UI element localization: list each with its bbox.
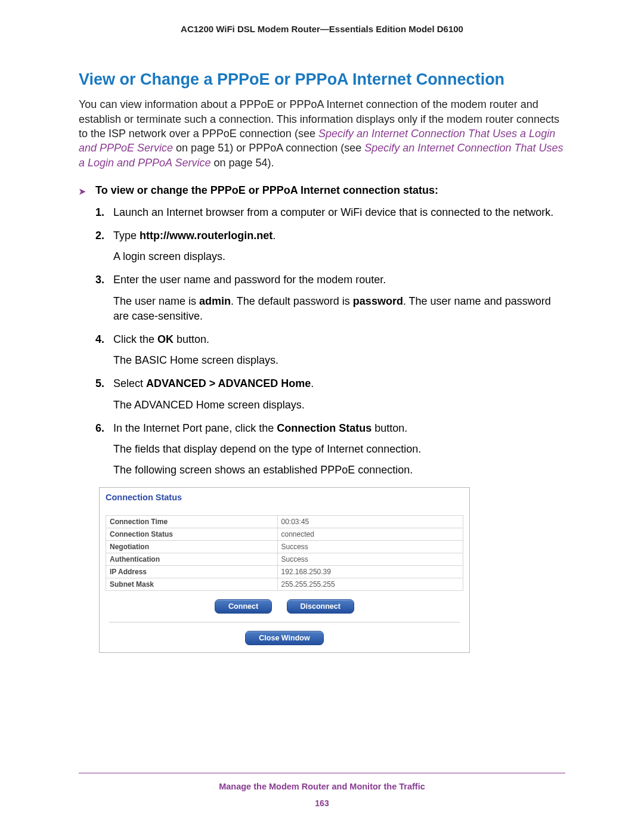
s4-ok: OK <box>157 333 174 345</box>
divider <box>109 622 460 623</box>
step-6: In the Internet Port pane, click the Con… <box>99 421 565 478</box>
s3-a: The user name is <box>113 295 199 307</box>
s3-c: . The default password is <box>231 295 353 307</box>
step-3: Enter the user name and password for the… <box>99 272 565 324</box>
row-label: Connection Time <box>106 516 278 528</box>
s3-admin: admin <box>199 295 231 307</box>
close-window-button[interactable]: Close Window <box>245 631 323 645</box>
s6-a: In the Internet Port pane, click the <box>113 422 277 434</box>
steps-list: Launch an Internet browser from a comput… <box>79 205 565 478</box>
s3-password: password <box>353 295 403 307</box>
doc-header: AC1200 WiFi DSL Modem Router—Essentials … <box>79 24 565 34</box>
row-label: Subnet Mask <box>106 578 278 591</box>
step-2-url: http://www.routerlogin.net <box>140 230 273 241</box>
row-value: Success <box>277 541 463 553</box>
s6-btnname: Connection Status <box>277 422 371 434</box>
button-row-1: Connect Disconnect <box>106 599 463 614</box>
row-value: connected <box>277 528 463 541</box>
arrow-icon: ➤ <box>79 187 86 196</box>
row-value: 192.168.250.39 <box>277 566 463 578</box>
row-label: IP Address <box>106 566 278 578</box>
step-6-result-2: The following screen shows an establishe… <box>113 463 565 478</box>
intro-text-3: on page 54). <box>210 157 274 169</box>
step-6-result-1: The fields that display depend on the ty… <box>113 442 565 457</box>
s5-path: ADVANCED > ADVANCED Home <box>146 377 311 389</box>
s6-c: button. <box>371 422 407 434</box>
step-3-text: Enter the user name and password for the… <box>113 274 386 286</box>
page-number: 163 <box>79 798 565 808</box>
footer-section-title: Manage the Modem Router and Monitor the … <box>79 782 565 791</box>
button-row-2: Close Window <box>106 631 463 645</box>
step-3-result: The user name is admin. The default pass… <box>113 294 565 324</box>
table-row: Connection Status connected <box>106 528 463 541</box>
intro-text-2: on page 51) or PPPoA connection (see <box>173 142 364 154</box>
step-2: Type http://www.routerlogin.net. A login… <box>99 228 565 264</box>
row-label: Negotiation <box>106 541 278 553</box>
table-row: Subnet Mask 255.255.255.255 <box>106 578 463 591</box>
s4-a: Click the <box>113 333 157 345</box>
row-value: 255.255.255.255 <box>277 578 463 591</box>
s5-a: Select <box>113 377 146 389</box>
row-value: 00:03:45 <box>277 516 463 528</box>
row-value: Success <box>277 553 463 566</box>
table-row: Connection Time 00:03:45 <box>106 516 463 528</box>
step-2-result: A login screen displays. <box>113 249 565 264</box>
table-row: Authentication Success <box>106 553 463 566</box>
step-4: Click the OK button. The BASIC Home scre… <box>99 332 565 368</box>
step-2-text-a: Type <box>113 230 140 241</box>
table-row: IP Address 192.168.250.39 <box>106 566 463 578</box>
procedure-heading: ➤ To view or change the PPPoE or PPPoA I… <box>79 184 565 197</box>
step-4-result: The BASIC Home screen displays. <box>113 353 565 368</box>
connection-status-screenshot: Connection Status Connection Time 00:03:… <box>99 487 470 653</box>
procedure-title: To view or change the PPPoE or PPPoA Int… <box>95 184 438 196</box>
intro-paragraph: You can view information about a PPPoE o… <box>79 97 565 169</box>
page-footer: Manage the Modem Router and Monitor the … <box>79 773 565 808</box>
disconnect-button[interactable]: Disconnect <box>287 599 354 614</box>
table-row: Negotiation Success <box>106 541 463 553</box>
row-label: Authentication <box>106 553 278 566</box>
step-1: Launch an Internet browser from a comput… <box>99 205 565 220</box>
s4-c: button. <box>174 333 209 345</box>
connect-button[interactable]: Connect <box>215 599 272 614</box>
s5-c: . <box>311 377 314 389</box>
status-table: Connection Time 00:03:45 Connection Stat… <box>106 515 463 591</box>
screenshot-title: Connection Status <box>106 493 463 502</box>
step-2-text-c: . <box>273 230 275 241</box>
section-heading: View or Change a PPPoE or PPPoA Internet… <box>79 70 565 89</box>
row-label: Connection Status <box>106 528 278 541</box>
step-5-result: The ADVANCED Home screen displays. <box>113 398 565 413</box>
step-5: Select ADVANCED > ADVANCED Home. The ADV… <box>99 376 565 412</box>
step-1-text: Launch an Internet browser from a comput… <box>113 206 553 218</box>
